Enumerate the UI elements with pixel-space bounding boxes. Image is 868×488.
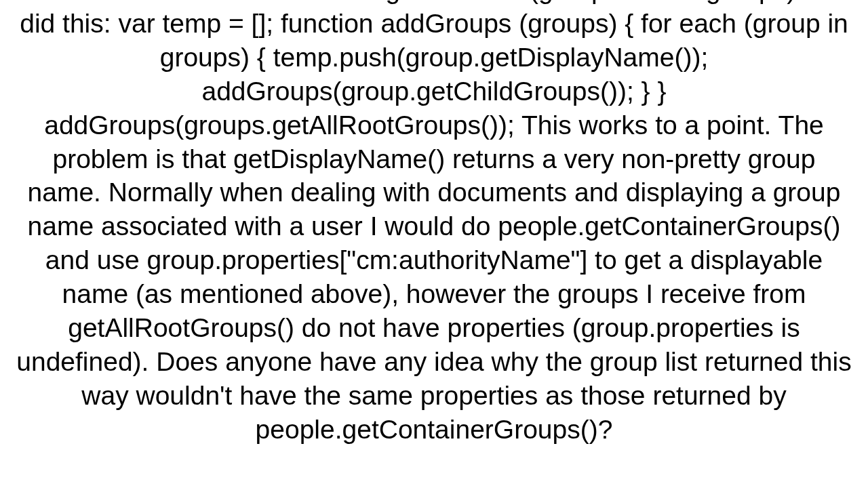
body-text: I needed a recursive search to get them …	[16, 0, 851, 444]
document-body: I needed a recursive search to get them …	[7, 0, 861, 447]
